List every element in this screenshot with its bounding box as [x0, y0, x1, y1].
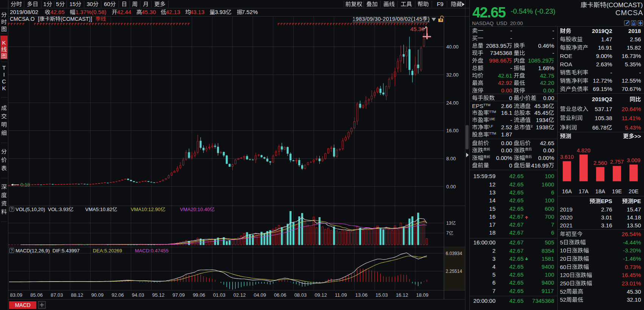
- svg-text:6: 6: [492, 279, 496, 286]
- svg-text:2019/08/02: 2019/08/02: [10, 9, 38, 15]
- svg-text:11.41%: 11.41%: [622, 115, 641, 121]
- svg-text:11.09: 11.09: [335, 292, 347, 298]
- svg-text:100: 100: [545, 197, 554, 204]
- svg-text:15.03: 15.03: [375, 292, 388, 298]
- svg-text:16.00: 16.00: [446, 128, 459, 133]
- svg-text:0: 0: [509, 95, 512, 101]
- svg-text:16.12: 16.12: [396, 292, 408, 298]
- svg-text:2.560: 2.560: [593, 160, 607, 166]
- svg-text:45.36: 45.36: [535, 103, 549, 109]
- svg-text:1.37%(0.58): 1.37%(0.58): [75, 9, 106, 15]
- svg-text:16.45%: 16.45%: [622, 272, 641, 278]
- svg-text:42.65: 42.65: [510, 288, 524, 294]
- svg-text:1085.29: 1085.29: [528, 57, 549, 64]
- svg-text:1.47: 1.47: [601, 36, 612, 42]
- svg-text:1934: 1934: [536, 117, 549, 123]
- svg-text:0.00: 0.00: [501, 87, 512, 94]
- svg-text:MACD:0.47455: MACD:0.47455: [135, 248, 169, 254]
- svg-text:K: K: [2, 39, 6, 46]
- svg-text:?: ?: [11, 207, 13, 211]
- svg-text:2019Q2: 2019Q2: [592, 96, 612, 102]
- svg-text:PE: PE: [633, 198, 641, 204]
- svg-text:EPS: EPS: [472, 103, 483, 109]
- svg-text:16:00:00: 16:00:00: [474, 239, 496, 246]
- svg-text:6.03934: 6.03934: [446, 251, 463, 256]
- svg-text:2.66: 2.66: [501, 103, 512, 109]
- svg-text:MACD: MACD: [15, 302, 30, 308]
- svg-text:-: -: [552, 35, 554, 41]
- svg-text:537.17: 537.17: [595, 106, 612, 112]
- svg-text:5.43%: 5.43%: [625, 124, 641, 131]
- svg-text:7.52%: 7.52%: [242, 9, 258, 15]
- svg-text:09.12: 09.12: [315, 292, 327, 298]
- svg-text:9400: 9400: [542, 279, 554, 286]
- svg-text:(COMCAST)]: (COMCAST)]: [61, 16, 92, 22]
- svg-text:0.00: 0.00: [501, 140, 512, 146]
- svg-text:42.61: 42.61: [498, 72, 513, 79]
- svg-text:16.73%: 16.73%: [622, 53, 641, 59]
- svg-text:13: 13: [446, 221, 452, 226]
- svg-text:1: 1: [43, 1, 46, 7]
- svg-text:12: 12: [489, 181, 496, 188]
- svg-text:42.65: 42.65: [472, 5, 506, 20]
- svg-text:14.18: 14.18: [627, 214, 641, 221]
- svg-text:12.55%: 12.55%: [622, 77, 641, 84]
- svg-text:85.06: 85.06: [30, 292, 43, 298]
- svg-text:F9: F9: [437, 1, 444, 7]
- svg-text:20.64%: 20.64%: [622, 106, 641, 112]
- svg-text:01.03: 01.03: [213, 292, 226, 298]
- svg-text:42.67: 42.67: [510, 221, 524, 228]
- svg-text:8354: 8354: [542, 247, 554, 254]
- svg-text:5.35%: 5.35%: [625, 61, 641, 67]
- svg-text:15: 15: [69, 1, 76, 7]
- svg-text:0.18: 0.18: [20, 182, 30, 188]
- svg-text:2.52: 2.52: [501, 124, 512, 130]
- svg-text:8.00: 8.00: [446, 156, 456, 161]
- svg-text:-: -: [610, 69, 612, 76]
- svg-text:42.92: 42.92: [498, 80, 513, 86]
- svg-text:0.00: 0.00: [543, 95, 554, 101]
- svg-text:60: 60: [560, 264, 566, 270]
- svg-text:94.03: 94.03: [132, 292, 144, 298]
- svg-text:C: C: [2, 78, 6, 85]
- svg-text:0.46%: 0.46%: [538, 42, 555, 49]
- svg-text:15: 15: [489, 205, 496, 212]
- svg-text:998.66: 998.66: [489, 57, 506, 64]
- svg-text:16A: 16A: [562, 188, 572, 194]
- svg-text:VMA10:12.90: VMA10:12.90: [131, 207, 161, 212]
- svg-text:13: 13: [489, 189, 496, 196]
- svg-text:66.78: 66.78: [592, 124, 607, 131]
- svg-text:0: 0: [509, 162, 512, 169]
- svg-text:2.63%: 2.63%: [596, 61, 613, 67]
- svg-text:42.67: 42.67: [510, 213, 524, 220]
- svg-text:6: 6: [551, 189, 554, 196]
- svg-text:-: -: [552, 27, 554, 34]
- svg-text:7: 7: [446, 230, 449, 236]
- svg-text:42.65: 42.65: [510, 271, 524, 278]
- svg-text:2019Q2: 2019Q2: [592, 28, 612, 34]
- svg-text:2: 2: [531, 124, 533, 128]
- svg-text:87.03: 87.03: [51, 292, 63, 298]
- svg-text:TTM: TTM: [483, 103, 491, 107]
- svg-text:13.50: 13.50: [627, 222, 641, 229]
- svg-text:15.82: 15.82: [627, 44, 641, 51]
- svg-text:9.00%: 9.00%: [596, 53, 613, 59]
- svg-text:2.56: 2.56: [630, 36, 641, 42]
- svg-text:1938: 1938: [536, 124, 549, 130]
- svg-text:700: 700: [545, 213, 554, 220]
- svg-text:505: 505: [545, 239, 554, 246]
- svg-text:EPS: EPS: [601, 198, 612, 204]
- svg-text:69.15%: 69.15%: [593, 86, 612, 92]
- svg-text:42.67: 42.67: [510, 229, 524, 236]
- svg-text:18.09: 18.09: [416, 292, 429, 298]
- svg-text:VMA5:10.82: VMA5:10.82: [85, 207, 113, 212]
- svg-text:7: 7: [492, 288, 496, 294]
- svg-text:2020: 2020: [560, 214, 572, 221]
- svg-text:92.06: 92.06: [112, 292, 124, 298]
- svg-text:45.45: 45.45: [535, 110, 549, 116]
- svg-text:15.47: 15.47: [627, 206, 641, 213]
- svg-text:42.65: 42.65: [510, 255, 524, 262]
- svg-text:-: -: [510, 27, 512, 34]
- svg-text:2018: 2018: [628, 28, 641, 34]
- svg-text:-: -: [510, 65, 512, 71]
